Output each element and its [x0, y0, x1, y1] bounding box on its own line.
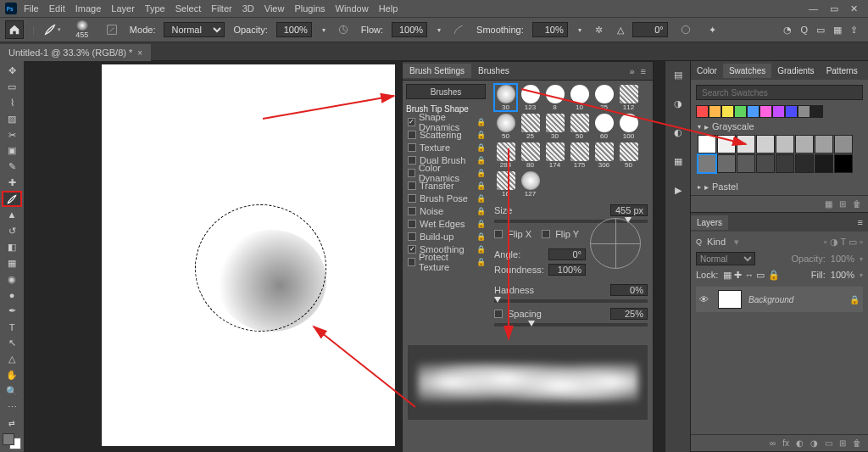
folder-grayscale[interactable]: ▾▸ Grayscale: [691, 118, 868, 135]
swatch[interactable]: [810, 105, 823, 118]
close-tab-icon[interactable]: ×: [137, 48, 142, 58]
grayscale-swatch[interactable]: [737, 154, 755, 173]
swatch[interactable]: [798, 105, 810, 118]
brush-tip[interactable]: 50: [494, 113, 517, 140]
minimize-icon[interactable]: —: [809, 3, 818, 14]
lock-icon[interactable]: 🔒: [476, 118, 486, 126]
selection-tool[interactable]: ▨: [3, 112, 21, 126]
swatch-grid-icon[interactable]: ▦: [825, 199, 832, 209]
layer-blend-select[interactable]: Normal: [696, 252, 755, 265]
menu-view[interactable]: View: [259, 2, 290, 15]
path-tool[interactable]: ↖: [3, 336, 21, 350]
brush-tip[interactable]: 284: [494, 142, 517, 169]
menu-edit[interactable]: Edit: [44, 2, 70, 15]
spacing-slider[interactable]: [494, 323, 648, 326]
grayscale-swatch[interactable]: [756, 135, 775, 153]
adjustment-layer-icon[interactable]: ◑: [810, 438, 818, 448]
spacing-value[interactable]: 25%: [610, 308, 648, 320]
grayscale-swatch[interactable]: [756, 154, 775, 173]
tab-brushes[interactable]: Brushes: [471, 64, 516, 78]
grayscale-swatch[interactable]: [698, 135, 716, 153]
panel-menu-icon[interactable]: ≡: [864, 65, 868, 75]
lock-icon[interactable]: 🔒: [476, 156, 486, 165]
healing-tool[interactable]: ✚: [3, 176, 21, 190]
new-swatch-icon[interactable]: ⊞: [839, 199, 846, 209]
cloud-docs-icon[interactable]: ◔: [783, 25, 792, 36]
document-tab[interactable]: Untitled-1 @ 33.3% (RGB/8) * ×: [0, 44, 151, 61]
layer-row[interactable]: 👁 Background 🔒: [696, 287, 863, 312]
tab-gradients[interactable]: Gradients: [771, 64, 820, 78]
brush-panel-toggle-icon[interactable]: [103, 20, 121, 39]
smoothing-options-icon[interactable]: ✲: [590, 20, 609, 39]
close-icon[interactable]: ✕: [850, 3, 858, 14]
checkbox-icon[interactable]: [408, 194, 416, 203]
swatch[interactable]: [709, 105, 721, 118]
menu-plugins[interactable]: Plugins: [289, 2, 330, 15]
grayscale-swatch[interactable]: [776, 154, 794, 173]
brush-tool[interactable]: [3, 192, 21, 206]
dodge-tool[interactable]: ●: [3, 287, 21, 302]
tab-brush-settings[interactable]: Brush Settings: [403, 64, 471, 78]
move-tool[interactable]: ✥: [3, 64, 21, 78]
flipy-checkbox[interactable]: [542, 230, 550, 238]
checkbox-icon[interactable]: [408, 207, 416, 215]
lock-icon[interactable]: 🔒: [476, 143, 486, 152]
pen-tool[interactable]: ✒: [3, 304, 21, 318]
new-layer-icon[interactable]: ⊞: [839, 438, 846, 448]
brush-option-texture[interactable]: Texture🔒: [406, 141, 486, 153]
grayscale-swatch[interactable]: [795, 154, 814, 173]
tab-patterns[interactable]: Patterns: [821, 64, 864, 78]
tab-color[interactable]: Color: [691, 64, 723, 78]
lock-icon[interactable]: 🔒: [476, 232, 486, 241]
eyedropper-tool[interactable]: ✎: [3, 159, 21, 174]
brushes-button[interactable]: Brushes: [406, 84, 486, 99]
blend-mode-select[interactable]: Normal: [164, 22, 225, 37]
roundness-value[interactable]: 100%: [548, 264, 586, 276]
menu-file[interactable]: File: [19, 2, 44, 15]
brush-option-protect-texture[interactable]: Protect Texture🔒: [406, 255, 486, 268]
lasso-tool[interactable]: ⌇: [3, 96, 21, 110]
brush-option-build-up[interactable]: Build-up🔒: [406, 230, 486, 243]
lock-icon[interactable]: 🔒: [476, 181, 486, 190]
hand-tool[interactable]: ✋: [3, 368, 21, 382]
brush-tip[interactable]: 306: [593, 142, 615, 169]
history-brush-tool[interactable]: ↺: [3, 224, 21, 238]
zoom-tool[interactable]: 🔍: [3, 384, 21, 399]
group-icon[interactable]: ▭: [825, 438, 832, 448]
spacing-checkbox[interactable]: [494, 310, 503, 318]
checkbox-icon[interactable]: [408, 232, 416, 241]
flow-value[interactable]: 100%: [392, 22, 427, 37]
brush-tip[interactable]: 25: [519, 113, 542, 140]
brush-tip[interactable]: 174: [543, 142, 566, 169]
brush-tip[interactable]: 50: [617, 142, 640, 169]
maximize-icon[interactable]: ▭: [830, 3, 838, 14]
swap-colors-icon[interactable]: ⇄: [3, 416, 21, 431]
layer-opacity-value[interactable]: 100%: [831, 254, 854, 264]
fg-bg-color[interactable]: [3, 433, 21, 449]
grayscale-swatch[interactable]: [717, 154, 736, 173]
menu-type[interactable]: Type: [140, 2, 170, 15]
stamp-tool[interactable]: ▲: [3, 208, 21, 222]
checkbox-icon[interactable]: [408, 118, 415, 126]
fx-icon[interactable]: fx: [782, 438, 789, 448]
mask-icon[interactable]: ◐: [796, 438, 804, 448]
smoothing-value[interactable]: 10%: [532, 22, 568, 37]
flipx-checkbox[interactable]: [494, 230, 503, 238]
hardness-slider[interactable]: [494, 299, 648, 303]
brush-tip[interactable]: 127: [519, 170, 542, 198]
brush-tip[interactable]: 123: [519, 84, 542, 111]
search-icon[interactable]: Q: [800, 25, 808, 36]
menu-image[interactable]: Image: [70, 2, 107, 15]
type-tool[interactable]: T: [3, 320, 21, 334]
link-layers-icon[interactable]: ∞: [770, 438, 776, 448]
arrange-icon[interactable]: ▦: [833, 25, 842, 36]
brush-tip[interactable]: 8: [543, 84, 566, 111]
hardness-value[interactable]: 0%: [610, 284, 648, 296]
home-button[interactable]: [5, 20, 24, 39]
shape-tool[interactable]: △: [3, 352, 21, 366]
brush-tip[interactable]: 100: [617, 113, 640, 140]
workspace-icon[interactable]: ▭: [816, 25, 825, 36]
menu-3d[interactable]: 3D: [237, 2, 259, 15]
crop-tool[interactable]: ✂: [3, 128, 21, 142]
checkbox-icon[interactable]: [408, 143, 416, 152]
